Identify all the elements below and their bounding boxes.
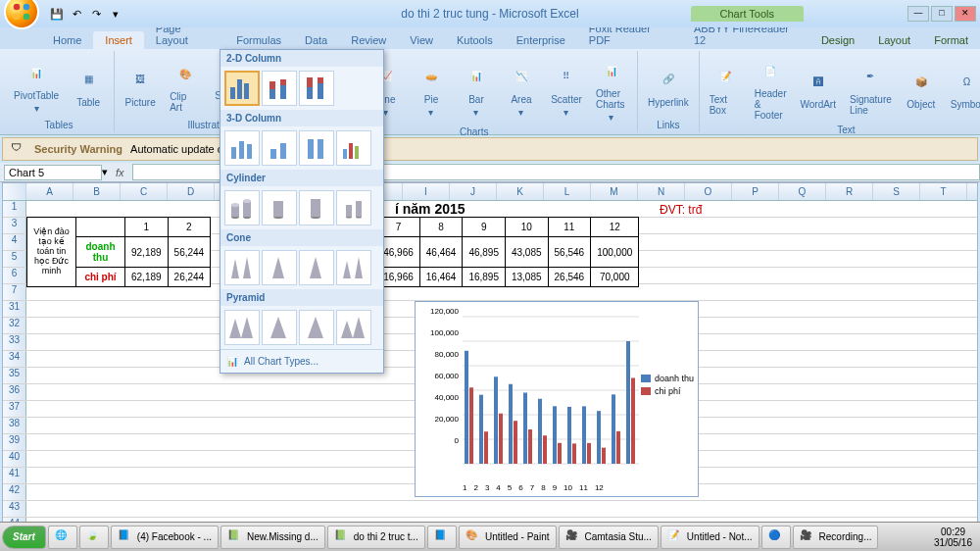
undo-icon[interactable]: ↶ xyxy=(69,6,84,22)
all-chart-types-button[interactable]: 📊All Chart Types... xyxy=(220,349,383,373)
column-header[interactable]: K xyxy=(497,183,544,200)
system-clock[interactable]: 00:2931/05/16 xyxy=(928,526,978,548)
taskbar-item[interactable]: 📗do thi 2 truc t... xyxy=(327,526,425,549)
column-header[interactable]: I xyxy=(403,183,450,200)
column-header[interactable]: B xyxy=(74,183,121,200)
signature-line-button[interactable]: ✒Signature Line xyxy=(846,59,896,118)
row-header[interactable]: 6 xyxy=(3,268,26,283)
redo-icon[interactable]: ↷ xyxy=(88,6,104,22)
column-header[interactable]: J xyxy=(450,183,497,200)
tab-design[interactable]: Design xyxy=(809,31,866,49)
taskbar-item[interactable]: 🔵 xyxy=(761,526,791,549)
chart-cone-3[interactable] xyxy=(299,250,334,285)
fx-icon[interactable]: fx xyxy=(116,167,124,178)
minimize-button[interactable]: — xyxy=(907,6,929,22)
bar-chart-button[interactable]: 📊Bar▾ xyxy=(457,59,496,120)
chart-pyramid-4[interactable] xyxy=(336,310,371,345)
restore-button[interactable]: □ xyxy=(931,6,953,22)
chart-clustered-column[interactable] xyxy=(224,71,260,106)
row-header[interactable]: 35 xyxy=(3,368,26,383)
other-charts-button[interactable]: 📊Other Charts▾ xyxy=(592,53,631,125)
close-button[interactable]: ✕ xyxy=(955,6,976,22)
tab-layout[interactable]: Layout xyxy=(866,31,922,49)
row-header[interactable]: 31 xyxy=(3,301,26,317)
tab-data[interactable]: Data xyxy=(293,31,339,49)
object-button[interactable]: 📦Object xyxy=(902,64,941,112)
row-header[interactable]: 4 xyxy=(3,234,26,250)
chart-3d-column[interactable] xyxy=(336,130,371,166)
chart-cylinder-4[interactable] xyxy=(336,190,371,225)
row-header[interactable]: 34 xyxy=(3,351,26,367)
row-header[interactable]: 43 xyxy=(3,501,26,517)
chart-3d-100pct[interactable] xyxy=(299,130,334,166)
chart-3d-clustered[interactable] xyxy=(224,130,260,166)
chart-cylinder-1[interactable] xyxy=(224,190,260,225)
hyperlink-button[interactable]: 🔗Hyperlink xyxy=(644,62,693,110)
tab-home[interactable]: Home xyxy=(41,31,93,49)
row-header[interactable]: 5 xyxy=(3,251,26,267)
chart-100pct-stacked-column[interactable] xyxy=(299,71,334,106)
row-header[interactable]: 42 xyxy=(3,484,26,500)
column-header[interactable]: P xyxy=(732,183,779,200)
taskbar-item[interactable]: 📘(4) Facebook - ... xyxy=(111,526,219,549)
pivottable-button[interactable]: 📊PivotTable▾ xyxy=(10,55,63,116)
column-header[interactable]: D xyxy=(168,183,215,200)
embedded-chart[interactable]: 120,000100,00080,00060,00040,00020,0000 … xyxy=(415,301,699,497)
chart-cylinder-3[interactable] xyxy=(299,190,334,225)
picture-button[interactable]: 🖼Picture xyxy=(121,62,160,110)
row-header[interactable]: 33 xyxy=(3,334,26,350)
worksheet-grid[interactable]: ABCDEFGHIJKLMNOPQRST 1345673132333435363… xyxy=(2,182,978,533)
row-header[interactable]: 1 xyxy=(3,201,26,217)
save-icon[interactable]: 💾 xyxy=(49,6,65,22)
header-footer-button[interactable]: 📄Header & Footer xyxy=(751,53,791,123)
tab-view[interactable]: View xyxy=(398,31,445,49)
chart-3d-stacked[interactable] xyxy=(262,130,297,166)
tab-formulas[interactable]: Formulas xyxy=(224,31,293,49)
start-button[interactable]: Start xyxy=(2,526,46,549)
clipart-button[interactable]: 🎨Clip Art xyxy=(166,56,205,115)
column-header[interactable]: C xyxy=(121,183,168,200)
taskbar-chrome[interactable]: 🌐 xyxy=(48,526,77,549)
row-header[interactable]: 39 xyxy=(3,434,26,450)
chart-cone-2[interactable] xyxy=(262,250,297,285)
taskbar-item[interactable]: 🎥Recording... xyxy=(793,526,879,549)
textbox-button[interactable]: 📝Text Box xyxy=(706,59,745,118)
qat-more-icon[interactable]: ▾ xyxy=(108,6,123,22)
tab-insert[interactable]: Insert xyxy=(93,31,144,49)
row-header[interactable]: 38 xyxy=(3,418,26,433)
scatter-chart-button[interactable]: ⠿Scatter▾ xyxy=(547,59,586,120)
row-header[interactable]: 3 xyxy=(3,218,26,233)
chart-cone-4[interactable] xyxy=(336,250,371,285)
chart-cylinder-2[interactable] xyxy=(262,190,297,225)
name-box[interactable] xyxy=(4,165,102,180)
chart-cone-1[interactable] xyxy=(224,250,260,285)
column-header[interactable]: A xyxy=(26,183,74,200)
pie-chart-button[interactable]: 🥧Pie▾ xyxy=(412,59,451,120)
chart-pyramid-3[interactable] xyxy=(299,310,334,345)
taskbar-item[interactable]: 📘 xyxy=(427,526,457,549)
tab-review[interactable]: Review xyxy=(339,31,398,49)
table-button[interactable]: ▦Table xyxy=(69,62,108,110)
column-header[interactable]: Q xyxy=(779,183,826,200)
column-header[interactable]: M xyxy=(591,183,638,200)
tab-kutools[interactable]: Kutools xyxy=(445,31,505,49)
chart-stacked-column[interactable] xyxy=(262,71,297,106)
taskbar-item[interactable]: 📗New.Missing d... xyxy=(220,526,325,549)
row-header[interactable]: 37 xyxy=(3,401,26,417)
taskbar-item[interactable]: 🎥Camtasia Stu... xyxy=(559,526,659,549)
chart-pyramid-2[interactable] xyxy=(262,310,297,345)
tab-enterprise[interactable]: Enterprise xyxy=(505,31,577,49)
column-header[interactable]: R xyxy=(826,183,873,200)
taskbar-item[interactable]: 🎨Untitled - Paint xyxy=(459,526,557,549)
column-header[interactable]: S xyxy=(873,183,920,200)
row-header[interactable]: 7 xyxy=(3,284,26,300)
row-header[interactable]: 32 xyxy=(3,318,26,333)
area-chart-button[interactable]: 📉Area▾ xyxy=(502,59,541,120)
wordart-button[interactable]: 🅰WordArt xyxy=(796,64,840,112)
column-header[interactable]: L xyxy=(544,183,591,200)
taskbar-coccoc[interactable]: 🍃 xyxy=(79,526,109,549)
row-header[interactable]: 36 xyxy=(3,384,26,400)
tab-format[interactable]: Format xyxy=(922,31,980,49)
column-header[interactable]: N xyxy=(638,183,685,200)
symbol-button[interactable]: ΩSymbol xyxy=(947,64,980,112)
